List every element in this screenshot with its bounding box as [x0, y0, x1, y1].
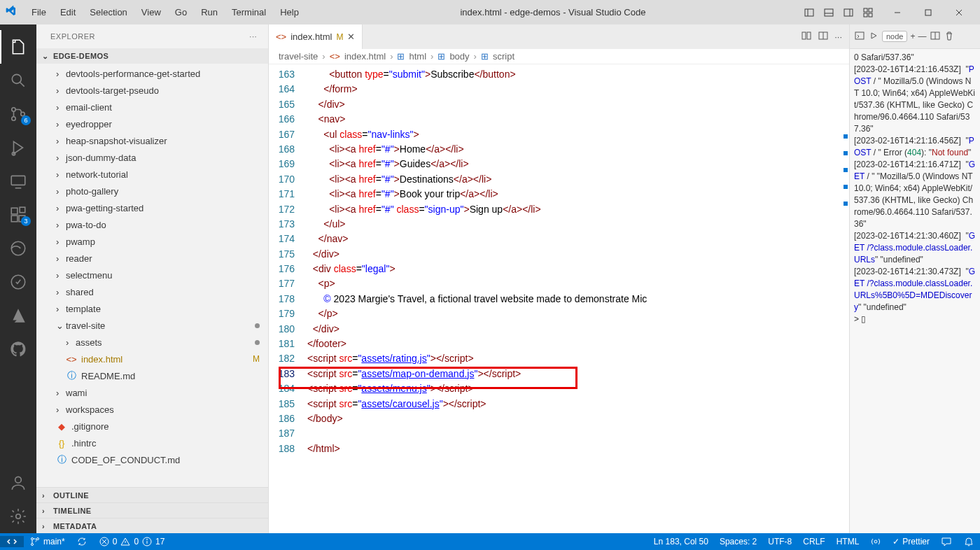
tree-item-index-html[interactable]: <>index.htmlM — [36, 351, 268, 367]
svg-rect-22 — [11, 208, 18, 214]
menu-help[interactable]: Help — [274, 4, 305, 20]
metadata-section[interactable]: ›METADATA — [36, 518, 268, 533]
svg-point-46 — [147, 540, 148, 540]
tree-item-reader[interactable]: ›reader — [36, 250, 268, 267]
debug-console-icon[interactable] — [854, 30, 865, 43]
menu-file[interactable]: File — [25, 4, 52, 20]
svg-rect-34 — [855, 32, 864, 39]
maximize-icon[interactable] — [913, 0, 944, 24]
status-encoding[interactable]: UTF-8 — [762, 533, 797, 550]
activity-account[interactable] — [0, 466, 36, 500]
tab-close-icon[interactable]: ✕ — [347, 31, 355, 42]
tree-item-eyedropper[interactable]: ›eyedropper — [36, 115, 268, 132]
layout-panel-icon[interactable] — [820, 4, 837, 21]
status-prettier[interactable]: ✓ Prettier — [887, 533, 935, 550]
activity-scm[interactable]: 6 — [0, 97, 36, 131]
activity-test[interactable] — [0, 265, 36, 299]
trash-icon[interactable] — [944, 30, 955, 43]
tree-item-pwamp[interactable]: ›pwamp — [36, 233, 268, 250]
more-icon[interactable]: ··· — [249, 32, 257, 41]
menu-edit[interactable]: Edit — [54, 4, 82, 20]
menu-terminal[interactable]: Terminal — [225, 4, 272, 20]
status-lang[interactable]: HTML — [831, 533, 865, 550]
breadcrumb[interactable]: travel-site› <>index.html› ⊞html› ⊞body›… — [269, 49, 849, 64]
html-icon: <> — [276, 31, 286, 42]
activity-azure[interactable] — [0, 299, 36, 332]
activity-edge[interactable] — [0, 232, 36, 265]
status-feedback[interactable] — [935, 533, 958, 550]
remote-indicator[interactable] — [0, 536, 24, 547]
tree-item-pwa-getting-started[interactable]: ›pwa-getting-started — [36, 199, 268, 216]
timeline-section[interactable]: ›TIMELINE — [36, 502, 268, 518]
svg-rect-23 — [11, 216, 18, 222]
layout-sidebar-right-icon[interactable] — [840, 4, 857, 21]
menu-view[interactable]: View — [135, 4, 167, 20]
status-bar: main* 0 0 17 Ln 183, Col 50 Spaces: 2 UT… — [0, 533, 980, 550]
dash-icon[interactable]: — — [918, 31, 927, 41]
menu-bar: File Edit Selection View Go Run Terminal… — [25, 4, 305, 20]
split-icon[interactable] — [930, 30, 941, 43]
svg-line-15 — [20, 83, 24, 87]
tree-item-wami[interactable]: ›wami — [36, 384, 268, 401]
svg-rect-30 — [802, 32, 806, 39]
activity-extensions[interactable]: 3 — [0, 198, 36, 232]
status-sync[interactable] — [71, 536, 93, 547]
tab-indexhtml[interactable]: <> index.html M ✕ — [269, 24, 363, 49]
svg-point-26 — [11, 241, 25, 255]
tree-item-email-client[interactable]: ›email-client — [36, 99, 268, 115]
activity-github[interactable] — [0, 332, 36, 366]
menu-go[interactable]: Go — [169, 4, 193, 20]
tree-item-CODE_OF_CONDUCT-md[interactable]: ⓘCODE_OF_CONDUCT.md — [36, 451, 268, 468]
close-icon[interactable] — [944, 0, 974, 24]
tree-item--hintrc[interactable]: {}.hintrc — [36, 435, 268, 451]
activity-search[interactable] — [0, 64, 36, 97]
tree-item-photo-gallery[interactable]: ›photo-gallery — [36, 183, 268, 199]
outline-section[interactable]: ›OUTLINE — [36, 487, 268, 502]
debug-output[interactable]: 0 Safari/537.36" [2023-02-16T14:21:16.45… — [850, 49, 980, 533]
svg-rect-6 — [864, 8, 867, 12]
status-branch[interactable]: main* — [24, 536, 71, 547]
tree-item--gitignore[interactable]: ◆.gitignore — [36, 418, 268, 435]
status-position[interactable]: Ln 183, Col 50 — [648, 533, 714, 550]
tree-item-shared[interactable]: ›shared — [36, 283, 268, 300]
tree-item-template[interactable]: ›template — [36, 300, 268, 317]
add-icon[interactable]: + — [910, 31, 915, 41]
tree-item-pwa-to-do[interactable]: ›pwa-to-do — [36, 216, 268, 233]
debug-run-icon[interactable] — [868, 30, 879, 43]
activity-explorer[interactable] — [0, 30, 36, 64]
tree-item-heap-snapshot-visualizer[interactable]: ›heap-snapshot-visualizer — [36, 132, 268, 149]
tree-item-network-tutorial[interactable]: ›network-tutorial — [36, 166, 268, 183]
minimap[interactable] — [844, 134, 848, 206]
activity-run[interactable] — [0, 131, 36, 164]
more-icon[interactable]: ··· — [834, 31, 842, 42]
minimize-icon[interactable] — [882, 0, 913, 24]
activity-bar: 6 3 — [0, 24, 36, 533]
tree-item-devtools-performance-get-started[interactable]: ›devtools-performance-get-started — [36, 65, 268, 82]
tree-item-README-md[interactable]: ⓘREADME.md — [36, 367, 268, 384]
debug-target[interactable]: node — [882, 31, 907, 42]
tree-item-workspaces[interactable]: ›workspaces — [36, 401, 268, 418]
status-spaces[interactable]: Spaces: 2 — [714, 533, 762, 550]
menu-selection[interactable]: Selection — [83, 4, 133, 20]
svg-point-16 — [12, 108, 15, 111]
status-problems[interactable]: 0 0 17 — [93, 536, 171, 547]
status-broadcast[interactable] — [864, 533, 887, 550]
folder-root-header[interactable]: ⌄ EDGE-DEMOS — [36, 48, 268, 64]
compare-icon[interactable] — [801, 30, 812, 43]
tree-item-devtools-target-pseudo[interactable]: ›devtools-target-pseudo — [36, 82, 268, 99]
tree-item-assets[interactable]: ›assets — [36, 334, 268, 351]
split-icon[interactable] — [818, 30, 829, 43]
tree-item-travel-site[interactable]: ⌄travel-site — [36, 317, 268, 334]
status-bell[interactable] — [958, 533, 980, 550]
activity-remote[interactable] — [0, 164, 36, 198]
layout-custom-icon[interactable] — [860, 4, 876, 21]
chevron-down-icon: ⌄ — [42, 52, 52, 61]
menu-run[interactable]: Run — [195, 4, 224, 20]
explorer-title: EXPLORER — [50, 32, 95, 41]
layout-sidebar-icon[interactable] — [801, 4, 818, 21]
code-editor[interactable]: 1631641651661671681691701711721731741751… — [269, 64, 849, 533]
tree-item-json-dummy-data[interactable]: ›json-dummy-data — [36, 149, 268, 166]
tree-item-selectmenu[interactable]: ›selectmenu — [36, 267, 268, 283]
activity-settings[interactable] — [0, 500, 36, 533]
status-eol[interactable]: CRLF — [797, 533, 830, 550]
